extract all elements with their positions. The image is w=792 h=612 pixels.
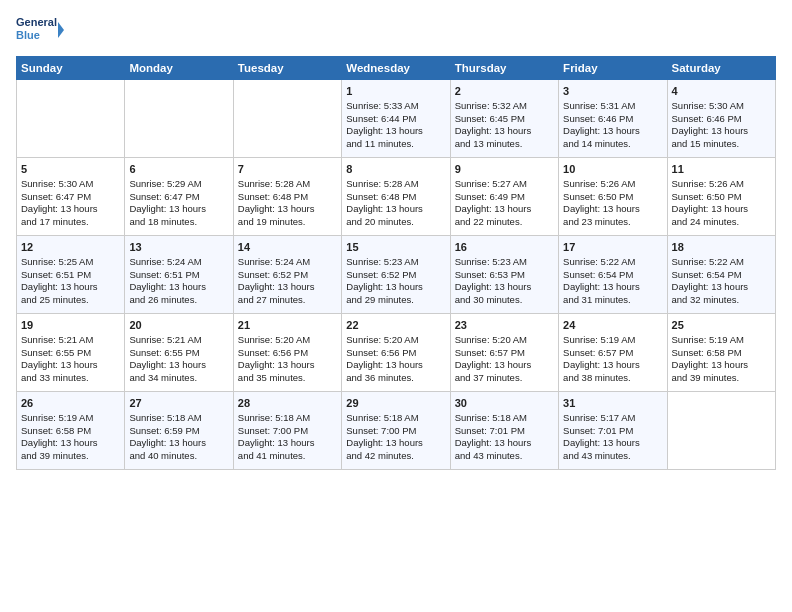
day-info: Sunrise: 5:20 AM: [455, 334, 554, 347]
day-info: Sunset: 6:54 PM: [563, 269, 662, 282]
day-info: Sunset: 6:52 PM: [346, 269, 445, 282]
calendar-cell: 26Sunrise: 5:19 AMSunset: 6:58 PMDayligh…: [17, 392, 125, 470]
day-info: Sunrise: 5:30 AM: [21, 178, 120, 191]
day-info: Daylight: 13 hours: [563, 359, 662, 372]
day-info: Sunrise: 5:21 AM: [21, 334, 120, 347]
day-info: Sunset: 6:50 PM: [563, 191, 662, 204]
day-number: 11: [672, 162, 771, 177]
day-info: and 35 minutes.: [238, 372, 337, 385]
day-info: Sunrise: 5:19 AM: [672, 334, 771, 347]
day-info: and 37 minutes.: [455, 372, 554, 385]
day-info: Daylight: 13 hours: [21, 281, 120, 294]
calendar-cell: 13Sunrise: 5:24 AMSunset: 6:51 PMDayligh…: [125, 236, 233, 314]
calendar-cell: [17, 80, 125, 158]
calendar-cell: 20Sunrise: 5:21 AMSunset: 6:55 PMDayligh…: [125, 314, 233, 392]
day-number: 25: [672, 318, 771, 333]
day-info: Sunrise: 5:29 AM: [129, 178, 228, 191]
weekday-header: Wednesday: [342, 57, 450, 80]
calendar-cell: [125, 80, 233, 158]
day-number: 19: [21, 318, 120, 333]
day-number: 14: [238, 240, 337, 255]
day-info: Sunrise: 5:33 AM: [346, 100, 445, 113]
day-info: Daylight: 13 hours: [238, 437, 337, 450]
day-number: 1: [346, 84, 445, 99]
day-info: and 19 minutes.: [238, 216, 337, 229]
day-info: Sunset: 6:46 PM: [672, 113, 771, 126]
day-info: and 13 minutes.: [455, 138, 554, 151]
day-info: Daylight: 13 hours: [455, 359, 554, 372]
day-info: Sunset: 6:58 PM: [21, 425, 120, 438]
day-info: Daylight: 13 hours: [455, 125, 554, 138]
calendar-cell: 3Sunrise: 5:31 AMSunset: 6:46 PMDaylight…: [559, 80, 667, 158]
day-info: Sunrise: 5:24 AM: [129, 256, 228, 269]
day-info: Daylight: 13 hours: [455, 437, 554, 450]
day-number: 29: [346, 396, 445, 411]
weekday-header: Saturday: [667, 57, 775, 80]
day-info: Sunset: 6:55 PM: [129, 347, 228, 360]
day-info: and 32 minutes.: [672, 294, 771, 307]
day-info: Sunrise: 5:23 AM: [455, 256, 554, 269]
day-info: Sunset: 6:44 PM: [346, 113, 445, 126]
day-info: and 22 minutes.: [455, 216, 554, 229]
day-info: Daylight: 13 hours: [238, 203, 337, 216]
day-info: and 25 minutes.: [21, 294, 120, 307]
calendar-cell: 29Sunrise: 5:18 AMSunset: 7:00 PMDayligh…: [342, 392, 450, 470]
svg-marker-2: [58, 22, 64, 38]
day-info: Daylight: 13 hours: [21, 437, 120, 450]
day-number: 4: [672, 84, 771, 99]
day-info: Sunrise: 5:25 AM: [21, 256, 120, 269]
calendar-cell: 17Sunrise: 5:22 AMSunset: 6:54 PMDayligh…: [559, 236, 667, 314]
day-number: 18: [672, 240, 771, 255]
day-info: and 23 minutes.: [563, 216, 662, 229]
day-info: Sunset: 7:00 PM: [238, 425, 337, 438]
day-info: Sunset: 6:52 PM: [238, 269, 337, 282]
day-number: 2: [455, 84, 554, 99]
day-info: and 29 minutes.: [346, 294, 445, 307]
day-info: and 20 minutes.: [346, 216, 445, 229]
day-info: Sunset: 6:57 PM: [563, 347, 662, 360]
day-number: 17: [563, 240, 662, 255]
day-number: 6: [129, 162, 228, 177]
day-info: Daylight: 13 hours: [129, 437, 228, 450]
calendar-cell: 10Sunrise: 5:26 AMSunset: 6:50 PMDayligh…: [559, 158, 667, 236]
calendar-cell: 19Sunrise: 5:21 AMSunset: 6:55 PMDayligh…: [17, 314, 125, 392]
day-number: 7: [238, 162, 337, 177]
calendar-cell: 8Sunrise: 5:28 AMSunset: 6:48 PMDaylight…: [342, 158, 450, 236]
day-info: and 41 minutes.: [238, 450, 337, 463]
day-number: 27: [129, 396, 228, 411]
day-info: Sunset: 6:58 PM: [672, 347, 771, 360]
day-info: Sunset: 6:59 PM: [129, 425, 228, 438]
weekday-header: Friday: [559, 57, 667, 80]
weekday-header: Thursday: [450, 57, 558, 80]
calendar-cell: 27Sunrise: 5:18 AMSunset: 6:59 PMDayligh…: [125, 392, 233, 470]
day-info: Sunrise: 5:31 AM: [563, 100, 662, 113]
calendar-cell: 7Sunrise: 5:28 AMSunset: 6:48 PMDaylight…: [233, 158, 341, 236]
day-info: Sunrise: 5:18 AM: [238, 412, 337, 425]
day-info: Daylight: 13 hours: [563, 203, 662, 216]
calendar-cell: 24Sunrise: 5:19 AMSunset: 6:57 PMDayligh…: [559, 314, 667, 392]
day-info: Sunrise: 5:32 AM: [455, 100, 554, 113]
day-number: 23: [455, 318, 554, 333]
day-info: Daylight: 13 hours: [129, 281, 228, 294]
day-info: Sunset: 6:57 PM: [455, 347, 554, 360]
header: General Blue: [16, 12, 776, 48]
day-info: Sunrise: 5:20 AM: [346, 334, 445, 347]
day-info: Sunset: 7:00 PM: [346, 425, 445, 438]
day-info: and 15 minutes.: [672, 138, 771, 151]
calendar-cell: 11Sunrise: 5:26 AMSunset: 6:50 PMDayligh…: [667, 158, 775, 236]
page: General Blue SundayMondayTuesdayWednesda…: [0, 0, 792, 480]
day-number: 12: [21, 240, 120, 255]
day-info: Daylight: 13 hours: [129, 359, 228, 372]
day-info: Sunrise: 5:20 AM: [238, 334, 337, 347]
day-info: and 17 minutes.: [21, 216, 120, 229]
day-info: Daylight: 13 hours: [672, 203, 771, 216]
day-info: Daylight: 13 hours: [455, 281, 554, 294]
day-info: and 11 minutes.: [346, 138, 445, 151]
day-info: Daylight: 13 hours: [346, 281, 445, 294]
day-info: and 26 minutes.: [129, 294, 228, 307]
calendar-cell: [667, 392, 775, 470]
day-info: Daylight: 13 hours: [21, 359, 120, 372]
calendar-cell: 22Sunrise: 5:20 AMSunset: 6:56 PMDayligh…: [342, 314, 450, 392]
day-number: 5: [21, 162, 120, 177]
calendar-cell: 14Sunrise: 5:24 AMSunset: 6:52 PMDayligh…: [233, 236, 341, 314]
